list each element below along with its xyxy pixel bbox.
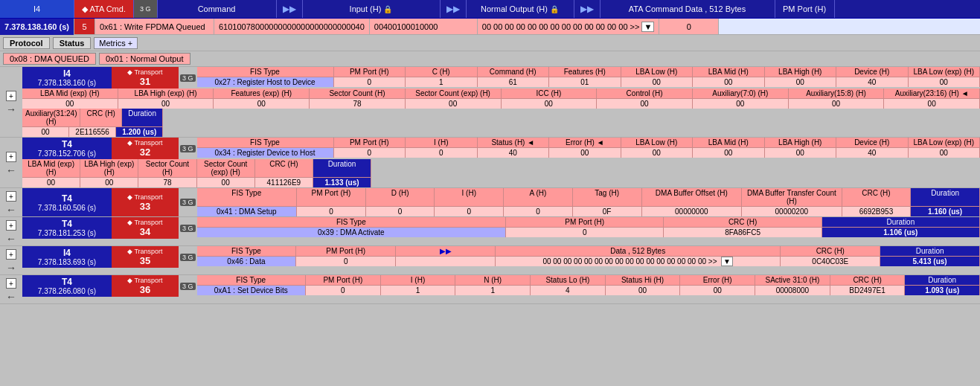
pkt1-row3-fields: Auxiliary(31:24) (H) CRC (H) Duration 00… bbox=[22, 109, 163, 137]
pkt5-fv-row1: 0x46 : Data 0 00 00 00 00 00 00 00 00 00… bbox=[197, 257, 980, 266]
p2fh-status: Status (H) ◄ bbox=[478, 138, 550, 148]
fh-lba-mid: LBA Mid (H) bbox=[693, 67, 765, 77]
pkt5-transport: ◆ Transport 35 bbox=[112, 246, 179, 268]
pkt5-fields: FIS Type PM Port (H) ▶▶ Data , 512 Bytes… bbox=[197, 246, 980, 268]
pkt3-fields: FIS Type PM Port (H) D (H) I (H) A (H) T… bbox=[197, 188, 980, 216]
p6fh-error: Error (H) bbox=[680, 275, 755, 286]
pkt1-speed: 3 G bbox=[180, 74, 196, 82]
pkt4-fh-row1: FIS Type PM Port (H) CRC (H) Duration bbox=[197, 217, 980, 228]
fv3-crc: 2E116556 bbox=[69, 127, 116, 137]
pkt6-id-num: T4 bbox=[62, 277, 72, 287]
pkt2-body: T4 7.378.152.706 (s) ◆ Transport 32 3 G … bbox=[22, 138, 980, 187]
fv-fis-type: 0x27 : Register Host to Device bbox=[197, 77, 334, 87]
dropdown-icon[interactable]: ▼ bbox=[641, 22, 654, 32]
pkt2-speed: 3 G bbox=[180, 145, 196, 152]
fh-features: Features (H) bbox=[549, 67, 621, 77]
pkt1-expand[interactable]: + bbox=[6, 91, 16, 101]
p3fh-tag: Tag (H) bbox=[573, 188, 642, 207]
fh2-sc: Sector Count (H) bbox=[310, 89, 406, 99]
pkt6-trans-num: 36 bbox=[140, 284, 150, 295]
p2fh2-sc: Sector Count (H) bbox=[138, 159, 196, 178]
pkt2-fh-row2: LBA Mid (exp) (H) LBA High (exp) (H) Sec… bbox=[22, 159, 371, 178]
fv2-aux2316: 00 bbox=[884, 99, 980, 109]
status-value: 0x01 : Normal Output bbox=[99, 53, 190, 65]
dr1-ata-data-val: 00 00 00 00 00 00 00 00 00 00 00 00 00 >… bbox=[482, 22, 640, 31]
p3fv-fis-type: 0x41 : DMA Setup bbox=[197, 207, 298, 216]
fv-command: 61 bbox=[478, 77, 550, 87]
i4-header[interactable]: I4 bbox=[0, 0, 74, 18]
pkt2-row2: LBA Mid (exp) (H) LBA High (exp) (H) Sec… bbox=[22, 159, 980, 187]
dr1-pm-port-val: 0 bbox=[687, 22, 691, 31]
dr1-cmd-val: 0x61 : Write FPDMA Queued bbox=[100, 22, 205, 31]
fh-pm-port: PM Port (H) bbox=[334, 67, 406, 77]
p2fh2-lba-mid-exp: LBA Mid (exp) (H) bbox=[22, 159, 80, 178]
pkt2-expand[interactable]: + bbox=[6, 152, 16, 162]
p6fh-n: N (H) bbox=[455, 275, 531, 286]
pkt3-speed: 3 G bbox=[180, 199, 196, 206]
i4-label: I4 bbox=[33, 4, 40, 13]
p5fh-pm-port: PM Port (H) bbox=[296, 246, 396, 257]
pkt5-expand[interactable]: + bbox=[6, 249, 16, 260]
p2fv-fis-type: 0x34 : Register Device to Host bbox=[197, 148, 334, 158]
p2fv2-duration: 1.133 (us) bbox=[313, 178, 371, 187]
fh2-icc: ICC (H) bbox=[502, 89, 598, 99]
diamond-icon6: ◆ bbox=[127, 277, 132, 284]
pkt4-fv-row1: 0x39 : DMA Activate 0 8FA86FC5 1.106 (us… bbox=[197, 228, 980, 237]
p6fv-n: 1 bbox=[455, 286, 531, 295]
pkt3-side: + ← bbox=[0, 188, 22, 216]
p6fh-pm-port: PM Port (H) bbox=[306, 275, 381, 286]
fv3-duration: 1.200 (us) bbox=[116, 127, 163, 137]
p3fh-crc: CRC (H) bbox=[842, 188, 912, 207]
pkt6-id-row: T4 7.378.266.080 (s) ◆ Transport 36 3 G … bbox=[22, 275, 980, 297]
dr1-input: 61010078000000000000000000000040 bbox=[214, 19, 370, 34]
normal-out-label: Normal Output (H) bbox=[481, 4, 548, 13]
p2fv-device: 40 bbox=[836, 148, 909, 158]
p6fv-fis-type: 0xA1 : Set Device Bits bbox=[197, 286, 307, 295]
pkt1-side: + → bbox=[0, 67, 22, 137]
p5-dropdown-icon[interactable]: ▼ bbox=[721, 257, 733, 266]
arrow2: ▶▶ bbox=[446, 4, 460, 14]
p4fh-fis-type: FIS Type bbox=[197, 217, 507, 228]
pkt2-side: + ← bbox=[0, 138, 22, 187]
pkt3-expand[interactable]: + bbox=[6, 191, 16, 202]
pkt4-side: + ← bbox=[0, 217, 22, 245]
pkt4-transport: ◆ Transport 34 bbox=[112, 217, 179, 239]
diamond-icon5: ◆ bbox=[127, 248, 132, 255]
p2fv-lba-low: 00 bbox=[621, 148, 694, 158]
data-row-1: 7.378.138.160 (s) 5 0x61 : Write FPDMA Q… bbox=[0, 19, 980, 35]
fh3-duration: Duration bbox=[122, 109, 163, 127]
pkt1-row2-fields: LBA Mid (exp) (H) LBA High (exp) (H) Fea… bbox=[22, 89, 980, 109]
fv2-sc: 78 bbox=[310, 99, 406, 109]
fh3-crc: CRC (H) bbox=[80, 109, 121, 127]
pkt4-timestamp: 7.378.181.253 (s) bbox=[38, 229, 96, 237]
p3fh-dma-buf-count: DMA Buffer Transfer Count (H) bbox=[742, 188, 842, 207]
dr1-id-label: 7.378.138.160 (s) bbox=[4, 22, 69, 31]
pkt6-expand[interactable]: + bbox=[6, 278, 16, 289]
p6fh-duration: Duration bbox=[905, 275, 980, 286]
p3fv-d: 0 bbox=[366, 207, 435, 216]
ata-cmd-header: ◆ ATA Cmd. bbox=[74, 0, 134, 18]
pkt4-id-block: T4 7.378.181.253 (s) bbox=[22, 217, 112, 239]
p6fv-status-lo: 4 bbox=[531, 286, 606, 295]
pkt6-speed: 3 G bbox=[180, 283, 196, 290]
p5fv-fis-type: 0x46 : Data bbox=[197, 257, 297, 266]
pkt4-expand[interactable]: + bbox=[6, 220, 16, 231]
main-container: I4 ◆ ATA Cmd. 3 G Command ▶▶ Input (H) 🔒… bbox=[0, 0, 980, 304]
p2fv-error: 00 bbox=[549, 148, 621, 158]
pm-port-label: PM Port (H) bbox=[783, 4, 826, 13]
pkt2-fh-row1: FIS Type PM Port (H) I (H) Status (H) ◄ … bbox=[197, 138, 980, 148]
p2fv-status: 40 bbox=[478, 148, 550, 158]
pkt2-arrow: ← bbox=[6, 165, 16, 176]
p3fh-d: D (H) bbox=[366, 188, 435, 207]
p2fh-lba-high: LBA High (H) bbox=[765, 138, 837, 148]
fh-fis-type: FIS Type bbox=[197, 67, 334, 77]
pkt3-transport: ◆ Transport 33 bbox=[112, 188, 179, 216]
protocol-value: 0x08 : DMA QUEUED bbox=[3, 53, 96, 65]
p5fv-arrow bbox=[396, 257, 496, 266]
fv3-aux3124: 00 bbox=[22, 127, 69, 137]
metrics-button[interactable]: Metrics + bbox=[94, 37, 138, 49]
p2fv2-sc-exp: 00 bbox=[197, 178, 255, 187]
diamond-icon2: ◆ bbox=[127, 139, 132, 147]
p2fv-lba-high: 00 bbox=[765, 148, 837, 158]
fh2-lba-mid-exp: LBA Mid (exp) (H) bbox=[22, 89, 118, 99]
